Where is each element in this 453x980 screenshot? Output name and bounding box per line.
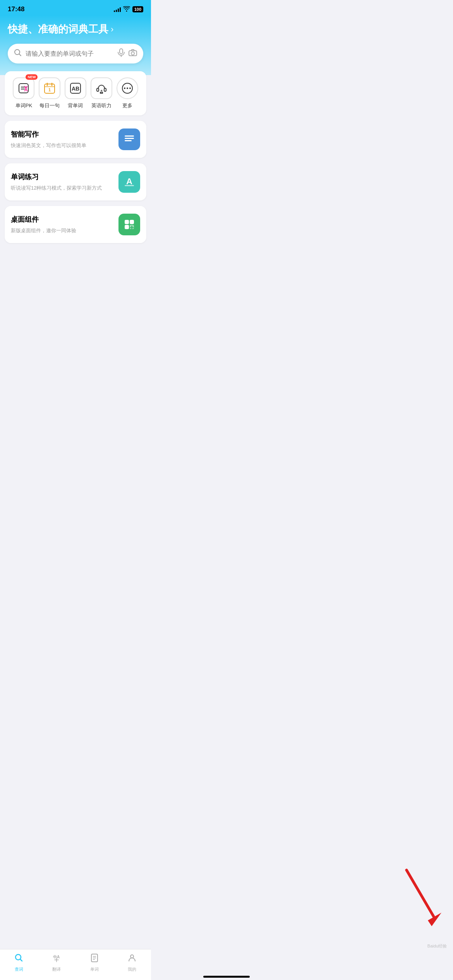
smart-writing-icon (118, 128, 140, 150)
signal-icon (114, 7, 121, 12)
camera-icon[interactable] (129, 49, 137, 58)
new-badge: NEW (26, 74, 38, 80)
word-practice-card[interactable]: 单词练习 听说读写12种练习模式，探索学习新方式 A (5, 163, 146, 200)
svg-rect-32 (125, 220, 129, 224)
quick-actions-card: NEW 单词PK (5, 71, 146, 115)
svg-rect-28 (125, 138, 134, 139)
svg-rect-27 (125, 135, 134, 137)
desktop-widget-text: 桌面组件 新版桌面组件，邀你一同体验 (11, 215, 76, 234)
svg-text:A: A (126, 176, 132, 186)
status-icons: 100 (114, 6, 143, 13)
word-practice-title: 单词练习 (11, 172, 102, 182)
word-pk-icon: NEW (13, 77, 34, 99)
mic-icon[interactable] (118, 48, 125, 59)
quick-action-word-pk[interactable]: NEW 单词PK (13, 77, 34, 109)
svg-rect-33 (130, 220, 134, 224)
content-area: NEW 单词PK (0, 71, 151, 283)
listening-label: 英语听力 (91, 102, 112, 109)
svg-rect-5 (19, 84, 28, 93)
daily-label: 每日一句 (39, 102, 60, 109)
svg-point-26 (129, 87, 131, 89)
smart-writing-text: 智能写作 快速润色英文，写作也可以很简单 (11, 130, 86, 149)
header-arrow: › (111, 24, 113, 34)
quick-action-more[interactable]: 更多 (117, 77, 138, 109)
more-icon (117, 77, 138, 99)
wifi-icon (123, 6, 130, 13)
svg-point-4 (131, 52, 134, 55)
svg-text:AB: AB (72, 86, 79, 92)
desktop-widget-desc: 新版桌面组件，邀你一同体验 (11, 227, 76, 234)
header: 快捷、准确的词典工具 › (0, 15, 151, 75)
status-bar: 17:48 100 (0, 0, 151, 15)
desktop-widget-title: 桌面组件 (11, 215, 76, 224)
quick-action-memorize[interactable]: AB 背单词 (65, 77, 86, 109)
svg-rect-29 (125, 140, 132, 141)
desktop-widget-icon (118, 214, 140, 235)
more-label: 更多 (122, 102, 132, 109)
word-practice-text: 单词练习 听说读写12种练习模式，探索学习新方式 (11, 172, 102, 192)
header-title[interactable]: 快捷、准确的词典工具 › (8, 22, 143, 36)
memorize-label: 背单词 (68, 102, 83, 109)
svg-point-25 (127, 87, 128, 89)
listening-icon (91, 77, 112, 99)
word-pk-label: 单词PK (15, 102, 32, 109)
quick-actions-row: NEW 单词PK (11, 77, 140, 109)
svg-point-24 (124, 87, 125, 89)
word-practice-desc: 听说读写12种练习模式，探索学习新方式 (11, 185, 102, 192)
battery-icon: 100 (132, 6, 143, 12)
smart-writing-card[interactable]: 智能写作 快速润色英文，写作也可以很简单 (5, 121, 146, 158)
smart-writing-desc: 快速润色英文，写作也可以很简单 (11, 142, 86, 149)
svg-rect-34 (125, 225, 129, 229)
memorize-icon: AB (65, 77, 86, 99)
search-input[interactable] (26, 50, 114, 57)
quick-action-daily[interactable]: 1 每日一句 (39, 77, 60, 109)
quick-action-listening[interactable]: 英语听力 (91, 77, 112, 109)
search-bar[interactable] (8, 44, 143, 63)
svg-rect-31 (125, 185, 134, 186)
status-time: 17:48 (8, 5, 24, 13)
desktop-widget-card[interactable]: 桌面组件 新版桌面组件，邀你一同体验 (5, 206, 146, 243)
svg-rect-1 (120, 49, 123, 54)
smart-writing-title: 智能写作 (11, 130, 86, 139)
word-practice-icon: A (118, 171, 140, 193)
svg-rect-18 (104, 88, 106, 91)
search-icon (14, 49, 22, 58)
daily-icon: 1 (39, 77, 60, 99)
svg-rect-17 (97, 88, 99, 91)
svg-text:1: 1 (48, 87, 51, 92)
